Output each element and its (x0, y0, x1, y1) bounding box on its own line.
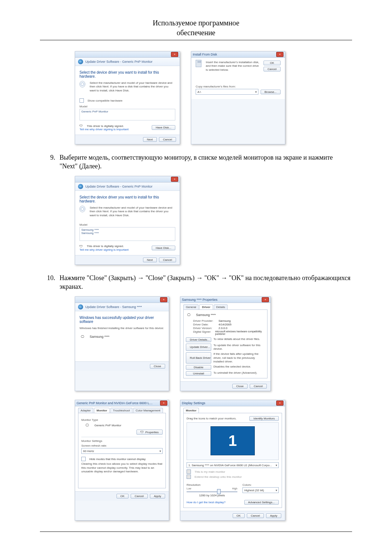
doc-title-line2: обеспечение (40, 28, 352, 38)
cancel-button[interactable]: Cancel (159, 258, 176, 262)
tab-monitor[interactable]: Monitor (183, 408, 199, 413)
disable-button[interactable]: Disable (186, 365, 211, 370)
close-icon[interactable]: × (171, 177, 178, 182)
step-text: Нажмите "Close" (Закрыть) → "Close" (Зак… (60, 274, 352, 291)
refresh-rate-dropdown[interactable]: 60 Hertz ▼ (81, 448, 163, 454)
close-button[interactable]: Close (232, 384, 248, 389)
kv-label: Digital Signer: (193, 330, 215, 335)
tab-driver[interactable]: Driver (199, 304, 213, 309)
driver-signed-label: This driver is digitally signed. (87, 245, 124, 248)
hide-modes-desc: Clearing this check box allows you to se… (81, 462, 163, 473)
why-signing-link[interactable]: Tell me why driver signing is important (79, 248, 128, 251)
copy-from-dropdown[interactable]: A:\ ▼ (196, 89, 258, 95)
wizard-breadcrumb: Update Driver Software - Generic PnP Mon… (85, 60, 152, 63)
dialog-title: Install From Disk (193, 53, 217, 56)
back-icon[interactable]: ← (78, 184, 83, 189)
dialog-update-driver-select: × ← Update Driver Software - Generic PnP… (75, 51, 180, 144)
close-icon[interactable]: × (160, 297, 167, 302)
cancel-button[interactable]: Cancel (131, 494, 148, 498)
advanced-settings-button[interactable]: Advanced Settings... (244, 500, 279, 505)
cancel-button[interactable]: Cancel (264, 67, 281, 71)
model-list-item[interactable]: Samsung **** (81, 231, 173, 235)
close-icon[interactable]: × (276, 401, 283, 406)
model-list-label: Model (79, 105, 175, 108)
next-button[interactable]: Next (143, 137, 157, 142)
drag-instruction: Drag the icons to match your monitors. (187, 417, 236, 420)
ok-button[interactable]: OK (233, 513, 245, 518)
ok-button[interactable]: OK (264, 61, 281, 65)
divider (81, 437, 163, 437)
close-icon[interactable]: × (262, 297, 269, 302)
extend-desktop-label: Extend the desktop onto this monitor (195, 475, 242, 479)
model-list[interactable]: Samsung **** Samsung **** (79, 227, 175, 241)
identify-monitors-button[interactable]: Identify Monitors (249, 416, 279, 421)
why-signing-link[interactable]: Tell me why driver signing is important (79, 128, 128, 131)
monitor-type-value: Generic PnP Monitor (94, 424, 121, 427)
shield-icon: 🛡 (79, 124, 83, 128)
colors-label: Colors: (242, 483, 279, 487)
device-name: Samsung **** (90, 335, 110, 338)
have-disk-button[interactable]: Have Disk... (152, 125, 175, 130)
wizard-heading: Select the device driver you want to ins… (79, 195, 175, 203)
close-icon[interactable]: × (171, 52, 178, 57)
disc-icon (79, 81, 85, 87)
resolution-label: Resolution: (187, 483, 237, 487)
kv-value: Samsung (219, 319, 231, 323)
kv-label: Driver Date: (193, 323, 219, 326)
display-device-dropdown[interactable]: 1. Samsung **** on NVIDIA GeForce 6600 L… (187, 462, 279, 468)
dialog-device-properties: Samsung **** Properties × General Driver… (180, 296, 271, 391)
header-rule (40, 40, 352, 40)
uninstall-button[interactable]: Uninstall (186, 371, 211, 376)
resolution-slider[interactable] (187, 491, 237, 492)
tab-adapter[interactable]: Adapter (78, 408, 93, 413)
properties-button[interactable]: 🛡Properties (136, 430, 163, 435)
cancel-button[interactable]: Cancel (250, 384, 267, 389)
chevron-down-icon: ▼ (159, 450, 162, 452)
colors-dropdown[interactable]: Highest (32 bit) ▼ (242, 487, 279, 493)
close-button[interactable]: Close (150, 364, 165, 369)
disc-icon (79, 206, 85, 212)
tab-monitor[interactable]: Monitor (94, 408, 110, 413)
btn-desc: Disables the selected device. (213, 365, 251, 370)
rollback-driver-button[interactable]: Roll Back Driver (186, 352, 211, 364)
monitor-preview[interactable]: 1 (211, 426, 255, 455)
update-driver-button[interactable]: Update Driver... (186, 344, 211, 351)
driver-details-button[interactable]: Driver Details... (186, 337, 211, 342)
refresh-rate-label: Screen refresh rate: (81, 444, 163, 447)
step-9: 9. Выберите модель, соответствующую мони… (40, 153, 352, 171)
extend-desktop-checkbox (187, 475, 191, 479)
tab-details[interactable]: Details (214, 304, 228, 309)
model-list-label: Model (79, 223, 175, 226)
tab-troubleshoot[interactable]: Troubleshoot (110, 408, 132, 413)
cancel-button[interactable]: Cancel (247, 513, 264, 518)
dialog-install-from-disk: Install From Disk × Insert the manufactu… (191, 51, 285, 144)
apply-button[interactable]: Apply (150, 494, 165, 498)
cancel-button[interactable]: Cancel (159, 137, 176, 142)
kv-value: microsoft windows hardware compatibility… (215, 330, 265, 335)
model-list-item[interactable]: Samsung **** (81, 228, 173, 231)
ok-button[interactable]: OK (117, 494, 129, 498)
apply-button[interactable]: Apply (266, 513, 281, 518)
copy-from-label: Copy manufacturer's files from: (196, 85, 281, 88)
best-display-link[interactable]: How do I get the best display? (187, 501, 225, 504)
kv-value: 4/14/2005 (219, 323, 232, 326)
have-disk-button[interactable]: Have Disk... (152, 246, 175, 250)
tab-color-management[interactable]: Color Management (133, 408, 163, 413)
close-icon[interactable]: × (160, 401, 167, 406)
doc-title-line1: Используемое программное (40, 18, 352, 28)
hide-modes-checkbox[interactable] (81, 457, 86, 461)
browse-button[interactable]: Browse... (261, 90, 281, 94)
next-button[interactable]: Next (143, 258, 157, 262)
close-icon[interactable]: × (276, 52, 283, 57)
monitor-settings-label: Monitor Settings (81, 439, 163, 443)
model-list[interactable]: Generic PnP Monitor (79, 109, 175, 120)
model-list-item[interactable]: Generic PnP Monitor (81, 110, 108, 113)
tab-general[interactable]: General (183, 304, 199, 309)
refresh-rate-value: 60 Hertz (83, 450, 94, 453)
step-number: 10. (40, 274, 60, 291)
main-monitor-label: This is my main monitor (195, 470, 225, 473)
btn-desc: To uninstall the driver (Advanced). (213, 371, 257, 376)
back-icon[interactable]: ← (78, 59, 83, 64)
compat-label: Show compatible hardware (87, 99, 123, 102)
compat-checkbox[interactable] (79, 98, 84, 103)
